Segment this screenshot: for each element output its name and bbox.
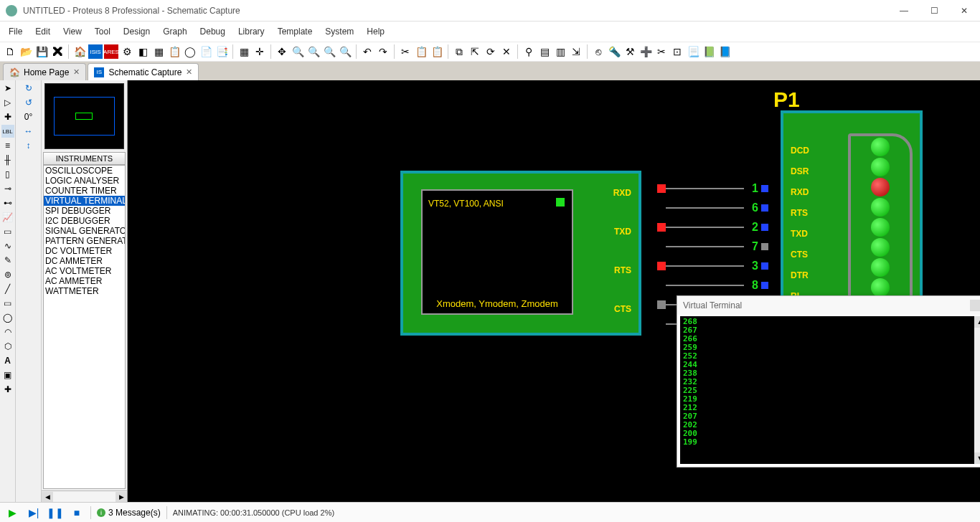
- redo-icon[interactable]: ↷: [376, 44, 390, 59]
- minimize-button[interactable]: —: [894, 3, 914, 19]
- menu-edit[interactable]: Edit: [29, 24, 56, 39]
- messages-link[interactable]: i 3 Message(s): [97, 508, 161, 518]
- vt-close-icon[interactable]: [970, 300, 980, 311]
- instrument-item[interactable]: SIGNAL GENERATOR: [44, 226, 125, 236]
- text-tool-icon[interactable]: ≡: [1, 139, 14, 152]
- tab-home[interactable]: 🏠 Home Page ✕: [3, 63, 86, 80]
- new-icon[interactable]: 🗋: [3, 44, 17, 59]
- circle-tool-icon[interactable]: ◯: [1, 311, 14, 324]
- preview-window[interactable]: [44, 83, 124, 149]
- label-tool-icon[interactable]: LBL: [1, 125, 14, 138]
- undo-icon[interactable]: ↶: [360, 44, 374, 59]
- flip-horiz-icon[interactable]: ↔: [18, 125, 39, 138]
- tab-close-icon[interactable]: ✕: [73, 67, 80, 77]
- vt-output-area[interactable]: 2682672662592522442382322252192122072022…: [680, 316, 974, 464]
- rect-tool-icon[interactable]: ▭: [1, 297, 14, 310]
- instrument-item[interactable]: I2C DEBUGGER: [44, 216, 125, 226]
- probe-tool-icon[interactable]: ✎: [1, 254, 14, 267]
- tb-icon-6[interactable]: 📄: [199, 44, 213, 59]
- vt-title-bar[interactable]: Virtual Terminal: [677, 296, 980, 315]
- arc-tool-icon[interactable]: ◠: [1, 326, 14, 338]
- instrument-item[interactable]: WATTMETER: [44, 286, 125, 296]
- scroll-down-icon[interactable]: ▼: [974, 452, 980, 464]
- block-delete-icon[interactable]: ✕: [499, 44, 514, 59]
- zoom-area-icon[interactable]: 🔍: [338, 44, 352, 59]
- paste-icon[interactable]: 📋: [430, 44, 444, 59]
- symbol-tool-icon[interactable]: ▣: [1, 369, 14, 381]
- crosshair-icon[interactable]: ✛: [253, 44, 267, 59]
- bus-tool-icon[interactable]: ╫: [1, 153, 14, 166]
- tb-icon-1[interactable]: ⚙: [120, 44, 134, 59]
- line-tool-icon[interactable]: ╱: [1, 283, 14, 295]
- tb-icon-3[interactable]: ▦: [151, 44, 166, 59]
- flip-vert-icon[interactable]: ↕: [18, 139, 39, 152]
- menu-template[interactable]: Template: [272, 24, 319, 39]
- play-button[interactable]: ▶: [4, 506, 20, 520]
- scroll-up-icon[interactable]: ▲: [974, 316, 980, 328]
- select-tool-icon[interactable]: ➤: [1, 82, 14, 95]
- instruments-list[interactable]: OSCILLOSCOPELOGIC ANALYSERCOUNTER TIMERV…: [43, 165, 126, 489]
- rotate-ccw-icon[interactable]: ↺: [18, 96, 39, 109]
- instrument-item[interactable]: OSCILLOSCOPE: [44, 166, 125, 176]
- menu-design[interactable]: Design: [118, 24, 156, 39]
- menu-help[interactable]: Help: [361, 24, 390, 39]
- open-icon[interactable]: 📂: [19, 44, 33, 59]
- copy-icon[interactable]: 📋: [414, 44, 428, 59]
- isis-icon[interactable]: ISIS: [88, 44, 103, 59]
- zoom-out-icon[interactable]: 🔍: [306, 44, 321, 59]
- home-icon[interactable]: 🏠: [72, 44, 87, 59]
- zoom-sheet-icon[interactable]: ⊡: [670, 44, 684, 59]
- wire-auto-icon[interactable]: ⎋: [591, 44, 606, 59]
- virtual-terminal-window[interactable]: Virtual Terminal 26826726625925224423823…: [677, 295, 980, 468]
- instrument-item[interactable]: AC AMMETER: [44, 276, 125, 286]
- schematic-canvas[interactable]: P1 VT52, VT100, ANSI Xmodem, Ymodem, Zmo…: [128, 80, 980, 502]
- block-copy-icon[interactable]: ⧉: [452, 44, 466, 59]
- instrument-item[interactable]: PATTERN GENERATO: [44, 236, 125, 246]
- junction-tool-icon[interactable]: ✚: [1, 110, 14, 123]
- step-button[interactable]: ▶|: [26, 506, 42, 520]
- search-icon[interactable]: 🔦: [607, 44, 621, 59]
- instrument-item[interactable]: DC AMMETER: [44, 256, 125, 266]
- scroll-right-icon[interactable]: ▶: [116, 492, 127, 502]
- property-icon[interactable]: ⚒: [623, 44, 637, 59]
- subcircuit-tool-icon[interactable]: ▯: [1, 168, 14, 181]
- text2d-tool-icon[interactable]: A: [1, 354, 14, 367]
- path-tool-icon[interactable]: ⬡: [1, 340, 14, 353]
- instrument-item[interactable]: COUNTER TIMER: [44, 186, 125, 196]
- menu-debug[interactable]: Debug: [194, 24, 231, 39]
- scroll-left-icon[interactable]: ◀: [42, 492, 53, 502]
- angle-display[interactable]: 0°: [18, 110, 39, 123]
- vt-scrollbar[interactable]: ▲ ▼: [974, 316, 980, 464]
- instrument-item[interactable]: DC VOLTMETER: [44, 246, 125, 256]
- marker-tool-icon[interactable]: ✚: [1, 383, 14, 396]
- package-icon[interactable]: ▥: [553, 44, 567, 59]
- generator-tool-icon[interactable]: ∿: [1, 239, 14, 252]
- zoom-fit-icon[interactable]: 🔍: [322, 44, 336, 59]
- menu-view[interactable]: View: [57, 24, 88, 39]
- decompose-icon[interactable]: ⇲: [569, 44, 583, 59]
- instrument-item[interactable]: AC VOLTMETER: [44, 266, 125, 276]
- tb-icon-4[interactable]: 📋: [167, 44, 182, 59]
- stop-button[interactable]: ■: [69, 506, 85, 520]
- bom-icon[interactable]: 📃: [686, 44, 700, 59]
- close-button[interactable]: ✕: [954, 3, 974, 19]
- pick-icon[interactable]: ⚲: [522, 44, 536, 59]
- pause-button[interactable]: ❚❚: [47, 506, 63, 520]
- zoom-in-icon[interactable]: 🔍: [291, 44, 305, 59]
- block-move-icon[interactable]: ⇱: [468, 44, 482, 59]
- erc-icon[interactable]: 📗: [702, 44, 716, 59]
- instrument-item[interactable]: LOGIC ANALYSER: [44, 176, 125, 186]
- virtual-terminal-component[interactable]: VT52, VT100, ANSI Xmodem, Ymodem, Zmodem…: [400, 171, 641, 336]
- tb-icon-2[interactable]: ◧: [136, 44, 150, 59]
- instrument-item[interactable]: SPI DEBUGGER: [44, 206, 125, 216]
- instrument-item[interactable]: VIRTUAL TERMINAL: [44, 196, 125, 206]
- instrument-tool-icon[interactable]: ⊚: [1, 268, 14, 281]
- menu-file[interactable]: File: [3, 24, 28, 39]
- menu-tool[interactable]: Tool: [89, 24, 116, 39]
- device-pin-tool-icon[interactable]: ⊷: [1, 196, 14, 209]
- hscrollbar[interactable]: ◀ ▶: [42, 490, 127, 502]
- block-rotate-icon[interactable]: ⟳: [484, 44, 498, 59]
- make-icon[interactable]: ▤: [537, 44, 552, 59]
- center-icon[interactable]: ✥: [275, 44, 289, 59]
- close-doc-icon[interactable]: 🞭: [50, 44, 65, 59]
